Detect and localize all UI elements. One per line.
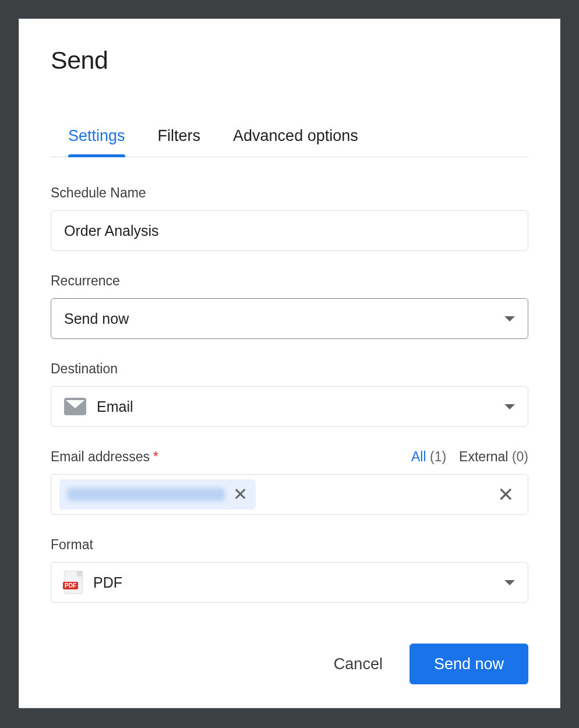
email-count-all[interactable]: All (1) (411, 449, 446, 465)
destination-label: Destination (51, 361, 528, 377)
format-label: Format (51, 537, 528, 553)
tab-settings[interactable]: Settings (68, 127, 125, 157)
required-asterisk: * (153, 449, 158, 465)
email-chip: ✕ (59, 479, 256, 510)
destination-value: Email (97, 398, 133, 415)
format-value: PDF (93, 574, 122, 591)
dialog-footer: Cancel Send now (51, 644, 528, 684)
email-count-external[interactable]: External (0) (459, 449, 528, 465)
email-addresses-field: Email addresses * All (1) External (0) (51, 449, 528, 515)
mail-icon (64, 398, 86, 415)
email-counts: All (1) External (0) (411, 449, 528, 465)
recurrence-label: Recurrence (51, 273, 528, 289)
recurrence-field: Recurrence Send now (51, 273, 528, 339)
format-select[interactable]: PDF (51, 562, 528, 603)
dialog-title: Send (51, 46, 528, 75)
tab-filters[interactable]: Filters (158, 127, 201, 157)
email-chip-redacted (68, 488, 225, 501)
send-now-button[interactable]: Send now (409, 644, 528, 684)
schedule-name-label: Schedule Name (51, 185, 528, 201)
schedule-name-input[interactable]: Order Analysis (51, 210, 528, 251)
destination-field: Destination Email (51, 361, 528, 427)
schedule-name-field: Schedule Name Order Analysis (51, 185, 528, 251)
tab-advanced-options[interactable]: Advanced options (233, 127, 358, 157)
chevron-down-icon (504, 316, 515, 321)
email-addresses-label: Email addresses * (51, 449, 158, 465)
remove-chip-icon[interactable]: ✕ (233, 486, 248, 503)
email-addresses-input[interactable]: ✕ ✕ (51, 474, 528, 515)
chevron-down-icon (504, 404, 515, 409)
settings-form: Schedule Name Order Analysis Recurrence … (51, 157, 528, 684)
recurrence-select[interactable]: Send now (51, 298, 528, 339)
format-field: Format PDF (51, 537, 528, 603)
cancel-button[interactable]: Cancel (330, 655, 386, 674)
clear-all-icon[interactable]: ✕ (497, 483, 520, 506)
pdf-icon (64, 571, 83, 594)
tab-bar: Settings Filters Advanced options (51, 127, 528, 157)
destination-select[interactable]: Email (51, 386, 528, 427)
send-dialog: Send Settings Filters Advanced options S… (19, 19, 560, 708)
chevron-down-icon (504, 580, 515, 585)
recurrence-value: Send now (64, 310, 129, 327)
